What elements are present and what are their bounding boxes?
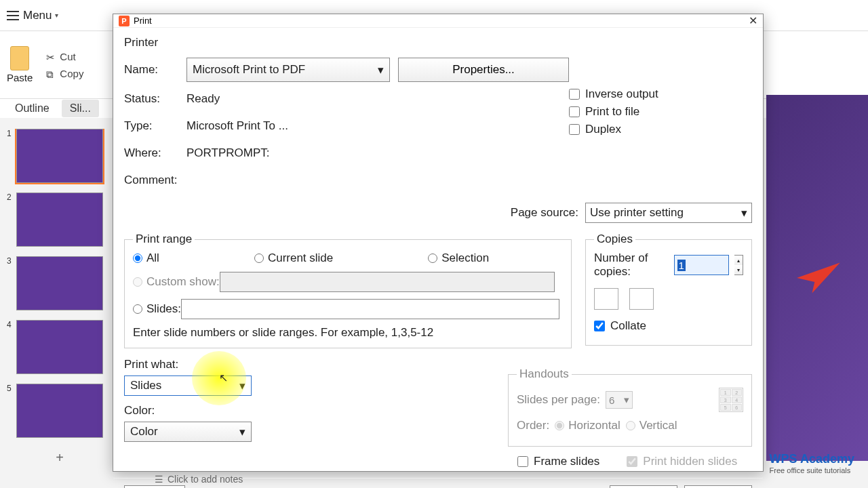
app-icon: P (119, 16, 130, 26)
where-value: PORTPROMPT: (186, 146, 269, 160)
printer-name-select[interactable]: Microsoft Print to PDF▾ (186, 58, 390, 82)
inverse-output-checkbox[interactable]: Inverse output (569, 87, 752, 101)
custom-show-select (220, 272, 555, 292)
paste-button[interactable]: Paste (7, 72, 33, 83)
range-slides-radio[interactable]: Slides: (133, 302, 181, 316)
handout-preview-icon: 123456 (719, 388, 743, 412)
cursor-icon: ↖ (219, 371, 228, 384)
chevron-down-icon: ▾ (741, 206, 747, 220)
printer-section: Printer (124, 36, 752, 49)
copy-button[interactable]: ⧉Copy (46, 68, 83, 79)
svg-marker-0 (797, 263, 840, 293)
hamburger-icon[interactable] (7, 11, 19, 20)
chevron-down-icon: ▾ (239, 379, 245, 393)
add-slide-button[interactable]: + (16, 447, 103, 468)
cut-button[interactable]: ✂Cut (46, 51, 75, 62)
chevron-down-icon: ▾ (239, 425, 245, 439)
order-horizontal-radio: Horizontal (555, 419, 620, 432)
collate-icon (594, 288, 618, 310)
range-selection-radio[interactable]: Selection (428, 251, 489, 265)
status-value: Ready (186, 92, 220, 106)
slide-thumb-5[interactable] (16, 384, 103, 438)
cancel-button[interactable]: Cancel (684, 485, 752, 488)
collate-checkbox[interactable]: Collate (594, 319, 743, 333)
properties-button[interactable]: Properties... (398, 58, 569, 82)
print-what-label: Print what: (124, 358, 260, 371)
copies-input[interactable]: 1 (674, 255, 730, 275)
notes-bar[interactable]: ☰ Click to add notes (155, 470, 243, 488)
order-vertical-radio: Vertical (626, 419, 677, 432)
copies-spinner[interactable]: ▴▾ (734, 255, 743, 275)
ok-button[interactable]: OK (610, 485, 677, 488)
paste-icon[interactable] (10, 46, 29, 70)
spp-label: Slides per page: (517, 393, 600, 407)
name-label: Name: (124, 63, 186, 77)
slide-thumb-1[interactable] (16, 129, 103, 183)
menu-label[interactable]: Menu (23, 9, 52, 22)
chevron-down-icon[interactable]: ▾ (55, 12, 58, 19)
print-dialog: P Print ✕ Printer Name: Microsoft Print … (113, 14, 764, 472)
collate-icon (629, 288, 654, 310)
frame-slides-checkbox[interactable]: Frame slides (517, 455, 599, 468)
color-select[interactable]: Color▾ (124, 422, 252, 442)
range-current-radio[interactable]: Current slide (254, 251, 333, 265)
range-hint: Enter slide numbers or slide ranges. For… (133, 326, 563, 340)
tab-slides[interactable]: Sli... (62, 100, 99, 117)
slides-input[interactable] (181, 299, 559, 319)
slide-canvas (766, 95, 868, 461)
slides-per-page-select: 6▾ (606, 391, 633, 409)
duplex-checkbox[interactable]: Duplex (569, 123, 752, 136)
range-custom-radio: Custom show: (133, 275, 220, 289)
copies-label: Number of copies: (594, 251, 669, 279)
wps-academy-logo: WPS Academy Free office suite tutorials (770, 452, 854, 474)
page-source-label: Page source: (511, 206, 578, 220)
chevron-down-icon: ▾ (378, 63, 384, 77)
close-icon[interactable]: ✕ (749, 14, 757, 27)
slide-thumb-4[interactable] (16, 320, 103, 374)
print-hidden-checkbox: Print hidden slides (627, 455, 737, 468)
print-to-file-checkbox[interactable]: Print to file (569, 105, 752, 119)
slide-thumb-3[interactable] (16, 256, 103, 310)
copies-fieldset: Copies Number of copies: 1 ▴▾ Collate (585, 232, 752, 346)
slide-thumb-2[interactable] (16, 192, 103, 247)
handouts-fieldset: Handouts Slides per page: 6▾ 123456 Orde… (508, 367, 752, 447)
print-range-fieldset: Print range All Current slide Selection … (124, 232, 572, 348)
dialog-title: Print (134, 16, 152, 26)
page-source-select[interactable]: Use printer setting▾ (585, 203, 752, 223)
print-what-select[interactable]: Slides▾ (124, 375, 252, 396)
range-all-radio[interactable]: All (133, 251, 159, 265)
color-label: Color: (124, 404, 260, 418)
type-value: Microsoft Print To ... (186, 119, 288, 133)
tab-outline[interactable]: Outline (7, 100, 58, 117)
